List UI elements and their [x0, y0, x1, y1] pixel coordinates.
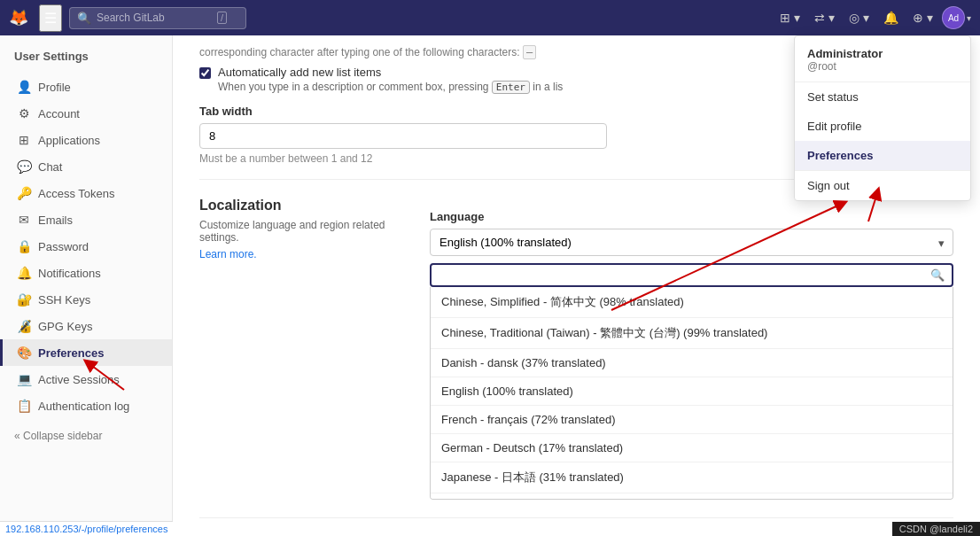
tab-width-input[interactable]	[199, 123, 607, 149]
topbar-icons: ⊞ ▾ ⇄ ▾ ◎ ▾ 🔔 ⊕ ▾ Ad ▾	[774, 6, 971, 29]
status-bar: CSDN @landeli2	[892, 522, 980, 536]
search-icon: 🔍	[77, 12, 91, 25]
sidebar-item-password[interactable]: 🔒 Password	[0, 233, 172, 260]
dropdown-set-status[interactable]: Set status	[795, 82, 970, 112]
search-bar[interactable]: 🔍 /	[69, 7, 246, 29]
localization-learn-more[interactable]: Learn more.	[199, 248, 257, 260]
sidebar-item-preferences[interactable]: 🎨 Preferences	[0, 339, 172, 366]
sidebar-item-auth-log[interactable]: 📋 Authentication log	[0, 392, 172, 419]
language-label: Language	[430, 210, 953, 223]
gpg-keys-icon: 🔏	[17, 319, 31, 333]
hamburger-button[interactable]: ☰	[39, 4, 62, 32]
sidebar-item-ssh-keys[interactable]: 🔐 SSH Keys	[0, 286, 172, 313]
profile-icon: 👤	[17, 80, 31, 94]
user-dropdown-menu: Administrator @root Set status Edit prof…	[794, 35, 971, 201]
language-search-input[interactable]	[439, 268, 930, 282]
sidebar-item-chat[interactable]: 💬 Chat	[0, 153, 172, 180]
avatar: Ad	[942, 6, 965, 29]
dropdown-preferences[interactable]: Preferences	[795, 141, 970, 170]
enter-key: Enter	[492, 81, 530, 94]
language-select-wrapper: English (100% translated)	[430, 229, 953, 256]
avatar-chevron: ▾	[967, 13, 971, 23]
sidebar-label-account: Account	[38, 107, 80, 120]
ssh-keys-icon: 🔐	[17, 292, 31, 307]
gitlab-logo: 🦊	[9, 8, 28, 27]
grid-icon-button[interactable]: ⊞ ▾	[774, 7, 805, 28]
merge-requests-button[interactable]: ⇄ ▾	[809, 7, 840, 28]
account-icon: ⚙	[17, 106, 31, 120]
applications-icon: ⊞	[17, 133, 31, 147]
localization-description: Customize language and region related se…	[199, 219, 394, 244]
sidebar-item-notifications[interactable]: 🔔 Notifications	[0, 260, 172, 286]
localization-controls-col: Language English (100% translated) 🔍	[430, 198, 953, 500]
sidebar-label-applications: Applications	[38, 134, 100, 147]
sidebar-label-profile: Profile	[38, 81, 71, 94]
localization-desc-col: Localization Customize language and regi…	[199, 198, 394, 260]
dropdown-edit-profile[interactable]: Edit profile	[795, 112, 970, 141]
chat-icon: 💬	[17, 159, 31, 174]
user-avatar-button[interactable]: Ad ▾	[942, 6, 971, 29]
collapse-sidebar[interactable]: « Collapse sidebar	[0, 423, 172, 449]
sidebar-label-emails: Emails	[38, 214, 73, 227]
active-sessions-icon: 💻	[17, 372, 31, 386]
sidebar: User Settings 👤 Profile ⚙ Account ⊞ Appl…	[0, 35, 173, 536]
sidebar-label-access-tokens: Access Tokens	[38, 187, 114, 200]
notifications-button[interactable]: 🔔	[878, 7, 904, 28]
user-dropdown-header: Administrator @root	[795, 36, 970, 82]
notifications-icon: 🔔	[17, 266, 31, 280]
language-search-box[interactable]: 🔍	[430, 263, 953, 287]
lang-option-6[interactable]: Japanese - 日本語 (31% translated)	[431, 462, 953, 493]
add-button[interactable]: ⊕ ▾	[907, 7, 938, 28]
sidebar-item-emails[interactable]: ✉ Emails	[0, 206, 172, 233]
localization-title: Localization	[199, 198, 394, 214]
sidebar-label-preferences: Preferences	[38, 346, 104, 360]
search-shortcut: /	[217, 12, 227, 24]
time-preferences-section: Time preferences Configure how dates and…	[199, 518, 953, 536]
emails-icon: ✉	[17, 213, 31, 227]
auto-list-label: Automatically add new list items	[218, 66, 563, 79]
sidebar-label-active-sessions: Active Sessions	[38, 373, 120, 386]
localization-section: Localization Customize language and regi…	[199, 180, 953, 518]
url-bar: 192.168.110.253/-/profile/preferences	[0, 521, 173, 536]
dropdown-sign-out[interactable]: Sign out	[795, 171, 970, 200]
language-search-icon: 🔍	[930, 268, 945, 282]
password-icon: 🔒	[17, 239, 31, 253]
auto-list-checkbox[interactable]	[199, 67, 211, 79]
topbar: 🦊 ☰ 🔍 / ⊞ ▾ ⇄ ▾ ◎ ▾ 🔔 ⊕ ▾ Ad ▾	[0, 0, 980, 35]
lang-option-2[interactable]: Danish - dansk (37% translated)	[431, 349, 953, 377]
sidebar-label-auth-log: Authentication log	[38, 400, 129, 413]
search-input[interactable]	[97, 12, 212, 24]
dropdown-user-handle: @root	[807, 60, 958, 73]
dropdown-user-name: Administrator	[807, 47, 958, 60]
sidebar-label-chat: Chat	[38, 160, 62, 174]
sidebar-item-profile[interactable]: 👤 Profile	[0, 74, 172, 100]
sidebar-item-gpg-keys[interactable]: 🔏 GPG Keys	[0, 313, 172, 339]
lang-option-1[interactable]: Chinese, Traditional (Taiwan) - 繁體中文 (台灣…	[431, 318, 953, 349]
auto-list-sublabel: When you type in a description or commen…	[218, 81, 563, 94]
sidebar-label-password: Password	[38, 240, 89, 253]
sidebar-item-account[interactable]: ⚙ Account	[0, 100, 172, 127]
issues-button[interactable]: ◎ ▾	[844, 7, 875, 28]
language-section: Language English (100% translated) 🔍	[430, 210, 953, 500]
sidebar-item-access-tokens[interactable]: 🔑 Access Tokens	[0, 180, 172, 206]
lang-option-0[interactable]: Chinese, Simplified - 简体中文 (98% translat…	[431, 287, 953, 318]
sidebar-item-applications[interactable]: ⊞ Applications	[0, 127, 172, 153]
sidebar-label-notifications: Notifications	[38, 267, 101, 280]
preferences-icon: 🎨	[17, 346, 31, 360]
lang-option-7[interactable]: Korean - 한국어 (20% translated)	[431, 493, 953, 500]
sidebar-label-ssh-keys: SSH Keys	[38, 293, 90, 307]
auth-log-icon: 📋	[17, 399, 31, 413]
access-tokens-icon: 🔑	[17, 186, 31, 200]
lang-option-4[interactable]: French - français (72% translated)	[431, 406, 953, 434]
lang-option-3[interactable]: English (100% translated)	[431, 377, 953, 406]
sidebar-item-active-sessions[interactable]: 💻 Active Sessions	[0, 366, 172, 392]
language-select[interactable]: English (100% translated)	[430, 229, 953, 256]
sidebar-title: User Settings	[0, 43, 172, 74]
lang-option-5[interactable]: German - Deutsch (17% translated)	[431, 434, 953, 462]
sidebar-label-gpg-keys: GPG Keys	[38, 320, 92, 333]
language-dropdown: Chinese, Simplified - 简体中文 (98% translat…	[430, 287, 953, 500]
